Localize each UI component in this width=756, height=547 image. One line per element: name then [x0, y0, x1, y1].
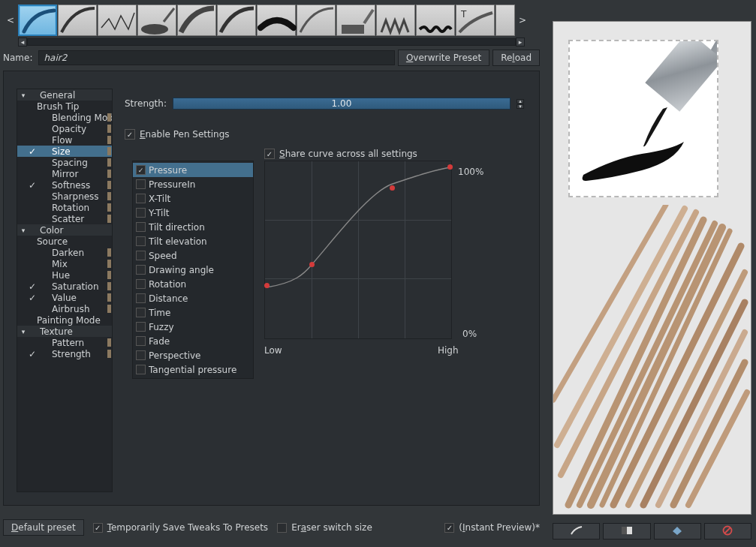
tree-item[interactable]: Sharpness: [17, 191, 112, 202]
tree-item[interactable]: ✓Saturation: [17, 281, 112, 292]
curve-input-item[interactable]: PressureIn: [133, 177, 253, 191]
tree-item[interactable]: Scatter: [17, 213, 112, 224]
tree-item[interactable]: ✓Value: [17, 292, 112, 303]
brush-thumb[interactable]: T: [456, 5, 495, 36]
curve-input-item[interactable]: Time: [133, 305, 253, 320]
preview-panel: [553, 21, 751, 515]
curve-input-item[interactable]: ✓Pressure: [133, 163, 253, 177]
preset-name-field[interactable]: hair2: [38, 50, 394, 65]
preview-toolbar: [553, 523, 751, 539]
brush-thumb[interactable]: [297, 5, 336, 36]
disable-icon: [721, 525, 733, 538]
tree-item[interactable]: Mix: [17, 258, 112, 269]
strength-row: Strength: 1.00 ▴▾: [125, 98, 524, 110]
curve-input-item[interactable]: Fuzzy: [133, 320, 253, 334]
tree-item[interactable]: Hue: [17, 269, 112, 281]
curve-y-high-label: 100%: [458, 167, 483, 177]
scroll-right-icon[interactable]: ▸: [516, 38, 525, 47]
stroke-preview: [553, 205, 751, 514]
curve-input-item[interactable]: Fade: [133, 334, 253, 348]
instant-preview-checkbox[interactable]: ✓(Instant Preview)*: [444, 522, 540, 533]
brush-thumb[interactable]: [257, 5, 296, 36]
strength-spin[interactable]: ▴▾: [517, 99, 524, 109]
brush-thumb[interactable]: [416, 5, 455, 36]
tree-item[interactable]: Darken: [17, 247, 112, 258]
preview-disable-button[interactable]: [704, 523, 751, 539]
tree-item[interactable]: Pattern: [17, 337, 112, 348]
curve-input-list[interactable]: ✓PressurePressureInX-TiltY-TiltTilt dire…: [132, 161, 254, 379]
brush-strip-prev[interactable]: <: [3, 15, 18, 26]
brush-strip-scrollbar[interactable]: ◂ ▸: [18, 38, 525, 47]
curve-input-item[interactable]: Speed: [133, 248, 253, 263]
scroll-left-icon[interactable]: ◂: [18, 38, 27, 47]
brush-thumb[interactable]: [376, 5, 415, 36]
share-curve-checkbox[interactable]: ✓Share curve across all settings: [264, 149, 417, 159]
strength-slider[interactable]: 1.00: [173, 98, 511, 110]
brush-thumb[interactable]: [336, 5, 375, 36]
preview-fill-button[interactable]: [654, 523, 701, 539]
svg-point-0: [141, 24, 168, 35]
gradient-icon: [620, 525, 634, 538]
brush-thumb[interactable]: [137, 5, 176, 36]
brush-thumb[interactable]: [217, 5, 256, 36]
tree-item[interactable]: Brush Tip: [17, 101, 112, 112]
svg-rect-1: [342, 25, 364, 34]
curve-x-low-label: Low: [264, 345, 282, 356]
strength-label: Strength:: [125, 98, 167, 109]
tree-item[interactable]: ✓Strength: [17, 348, 112, 359]
settings-tree[interactable]: ▾GeneralBrush TipBlending ModeOpacityFlo…: [17, 89, 113, 492]
brush-thumb[interactable]: [18, 5, 57, 36]
response-curve[interactable]: [264, 161, 452, 339]
curve-input-item[interactable]: Tangential pressure: [133, 362, 253, 377]
tree-group-header[interactable]: ▾Texture: [17, 326, 112, 337]
curve-input-item[interactable]: Tilt elevation: [133, 234, 253, 248]
curve-x-high-label: High: [438, 345, 459, 356]
svg-marker-7: [673, 527, 682, 535]
curve-input-item[interactable]: Y-Tilt: [133, 206, 253, 220]
brush-icon: [570, 525, 583, 538]
tree-item[interactable]: Airbrush: [17, 303, 112, 314]
svg-text:T: T: [460, 9, 467, 20]
preset-name-row: Name: hair2 Overwrite Preset Reload: [3, 50, 540, 66]
tree-group-header[interactable]: ▾General: [17, 89, 112, 101]
preview-gradient-button[interactable]: [603, 523, 650, 539]
brush-nib-preview: [568, 40, 718, 197]
tree-group-header[interactable]: ▾Color: [17, 224, 112, 236]
svg-rect-4: [645, 41, 718, 112]
preview-brush-button[interactable]: [553, 523, 600, 539]
tree-item[interactable]: Flow: [17, 134, 112, 146]
enable-pen-settings-checkbox[interactable]: ✓Enable Pen Settings: [125, 129, 230, 140]
brush-strip-next[interactable]: >: [515, 15, 530, 26]
default-preset-button[interactable]: Default preset: [3, 519, 84, 536]
brush-thumb[interactable]: [98, 5, 137, 36]
svg-rect-6: [622, 527, 627, 534]
brush-thumb[interactable]: [58, 5, 97, 36]
curve-input-item[interactable]: Rotation: [133, 277, 253, 291]
tree-item[interactable]: Rotation: [17, 202, 112, 213]
tree-item[interactable]: Blending Mode: [17, 112, 112, 123]
tree-item[interactable]: Mirror: [17, 168, 112, 179]
curve-input-item[interactable]: X-Tilt: [133, 191, 253, 206]
brush-thumb[interactable]: [177, 5, 216, 36]
tree-item[interactable]: Spacing: [17, 157, 112, 168]
name-label: Name:: [3, 53, 32, 63]
eraser-switch-size-checkbox[interactable]: Eraser switch size: [277, 522, 372, 533]
curve-y-low-label: 0%: [462, 329, 477, 339]
tree-item[interactable]: Source: [17, 236, 112, 247]
curve-input-item[interactable]: Tilt direction: [133, 220, 253, 234]
curve-input-item[interactable]: Distance: [133, 291, 253, 305]
bottom-bar: Default preset ✓Temporarily Save Tweaks …: [3, 519, 540, 536]
brush-thumb[interactable]: [495, 5, 515, 36]
temp-save-checkbox[interactable]: ✓Temporarily Save Tweaks To Presets: [93, 522, 268, 533]
reload-button[interactable]: Reload: [492, 50, 540, 66]
tree-item[interactable]: ✓Size: [17, 146, 112, 157]
curve-input-item[interactable]: Drawing angle: [133, 263, 253, 277]
tree-item[interactable]: ✓Softness: [17, 179, 112, 191]
tree-item[interactable]: Painting Mode: [17, 314, 112, 326]
svg-line-9: [724, 527, 730, 533]
tree-item[interactable]: Opacity: [17, 123, 112, 134]
brush-thumbnails: T: [18, 5, 515, 36]
overwrite-preset-button[interactable]: Overwrite Preset: [398, 50, 489, 66]
curve-input-item[interactable]: Perspective: [133, 348, 253, 362]
brush-preset-strip: < T > ◂ ▸: [3, 3, 540, 47]
